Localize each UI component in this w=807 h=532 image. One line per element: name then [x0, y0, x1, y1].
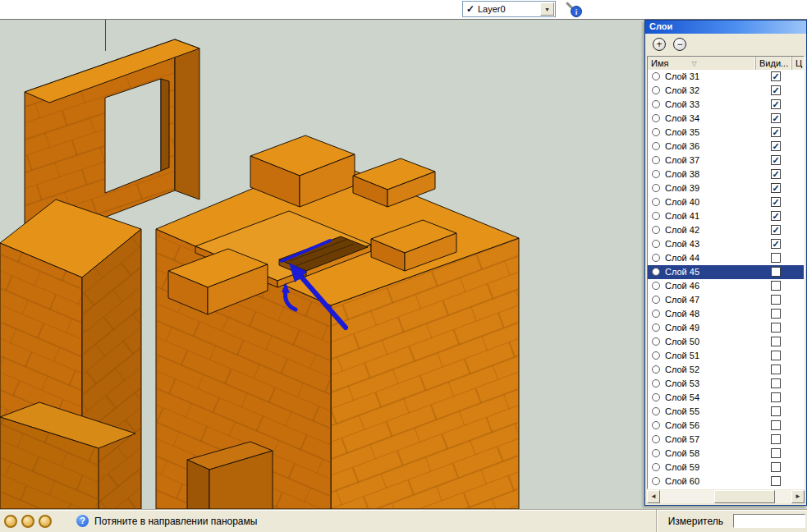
- column-header-color[interactable]: Ц: [792, 57, 804, 70]
- layer-row[interactable]: Слой 59: [648, 461, 804, 475]
- layer-row[interactable]: Слой 45: [648, 265, 804, 279]
- layer-visible-checkbox[interactable]: [771, 337, 781, 346]
- layer-visible-checkbox[interactable]: [771, 406, 781, 416]
- layer-row[interactable]: Слой 53: [648, 377, 804, 391]
- layer-row[interactable]: Слой 47: [648, 293, 804, 307]
- layer-visible-checkbox[interactable]: ✓: [771, 127, 781, 137]
- layer-visible-checkbox[interactable]: ✓: [771, 155, 781, 165]
- layer-radio[interactable]: [652, 477, 660, 485]
- remove-layer-button[interactable]: −: [673, 38, 686, 51]
- layer-visible-checkbox[interactable]: [771, 462, 781, 472]
- layer-row[interactable]: Слой 58: [648, 447, 804, 461]
- layer-row[interactable]: Слой 56: [648, 419, 804, 433]
- layer-row[interactable]: Слой 32 ✓: [648, 84, 804, 98]
- layer-row[interactable]: Слой 42 ✓: [648, 223, 804, 237]
- layer-row[interactable]: Слой 41 ✓: [648, 209, 804, 223]
- layer-row[interactable]: Слой 31 ✓: [648, 70, 804, 84]
- layer-row[interactable]: Слой 44: [648, 251, 804, 265]
- layer-radio[interactable]: [652, 379, 660, 388]
- layer-radio[interactable]: [652, 449, 660, 457]
- layer-radio[interactable]: [652, 198, 660, 206]
- layer-visible-checkbox[interactable]: [771, 434, 781, 444]
- layer-visible-checkbox[interactable]: [771, 281, 781, 291]
- layer-visible-checkbox[interactable]: [771, 323, 781, 332]
- layer-visible-checkbox[interactable]: ✓: [771, 225, 781, 235]
- layer-radio[interactable]: [652, 435, 660, 443]
- layer-visible-checkbox[interactable]: [771, 392, 781, 402]
- layer-row[interactable]: Слой 37 ✓: [648, 154, 804, 167]
- chevron-down-icon[interactable]: ▼: [540, 2, 554, 16]
- layer-row[interactable]: Слой 54: [648, 391, 804, 405]
- layer-visible-checkbox[interactable]: [771, 295, 781, 305]
- add-layer-button[interactable]: +: [653, 38, 666, 51]
- layer-row[interactable]: Слой 43 ✓: [648, 237, 804, 251]
- layer-radio[interactable]: [652, 337, 660, 346]
- layer-row[interactable]: Слой 60: [648, 475, 804, 488]
- layer-radio[interactable]: [652, 296, 660, 304]
- layer-radio[interactable]: [652, 407, 660, 415]
- layers-panel-titlebar[interactable]: Слои: [645, 21, 806, 34]
- layer-radio[interactable]: [652, 268, 660, 276]
- layer-visible-checkbox[interactable]: [771, 267, 781, 277]
- layer-row[interactable]: Слой 36 ✓: [648, 140, 804, 154]
- layer-radio[interactable]: [652, 323, 660, 332]
- layer-visible-checkbox[interactable]: ✓: [771, 113, 781, 123]
- layer-radio[interactable]: [652, 240, 660, 248]
- layer-visible-checkbox[interactable]: ✓: [771, 211, 781, 221]
- layer-visible-checkbox[interactable]: ✓: [771, 99, 781, 109]
- layer-row[interactable]: Слой 39 ✓: [648, 181, 804, 195]
- layer-visible-checkbox[interactable]: ✓: [771, 169, 781, 179]
- layer-visible-checkbox[interactable]: [771, 253, 781, 263]
- layer-radio[interactable]: [652, 254, 660, 262]
- layer-row[interactable]: Слой 55: [648, 405, 804, 419]
- layer-row[interactable]: Слой 49: [648, 321, 804, 335]
- layer-row[interactable]: Слой 46: [648, 279, 804, 293]
- layer-visible-checkbox[interactable]: [771, 378, 781, 388]
- scrollbar-track[interactable]: [660, 490, 791, 503]
- layer-radio[interactable]: [652, 351, 660, 360]
- help-icon[interactable]: ?: [76, 515, 89, 527]
- layer-row[interactable]: Слой 51: [648, 349, 804, 363]
- horizontal-scrollbar[interactable]: ◄ ►: [647, 490, 805, 503]
- layer-visible-checkbox[interactable]: ✓: [771, 239, 781, 249]
- layer-radio[interactable]: [652, 310, 660, 318]
- layer-radio[interactable]: [652, 114, 660, 122]
- layer-row[interactable]: Слой 57: [648, 433, 804, 447]
- layer-row[interactable]: Слой 38 ✓: [648, 167, 804, 181]
- layer-radio[interactable]: [652, 72, 660, 80]
- layer-radio[interactable]: [652, 365, 660, 374]
- status-icon-2[interactable]: [21, 515, 34, 528]
- layer-radio[interactable]: [652, 142, 660, 150]
- layer-radio[interactable]: [652, 100, 660, 108]
- layer-radio[interactable]: [652, 212, 660, 220]
- layer-row[interactable]: Слой 33 ✓: [648, 98, 804, 112]
- layer-radio[interactable]: [652, 184, 660, 192]
- layer-row[interactable]: Слой 35 ✓: [648, 126, 804, 140]
- layer-radio[interactable]: [652, 421, 660, 429]
- layer-row[interactable]: Слой 52: [648, 363, 804, 377]
- status-icon-1[interactable]: [4, 515, 17, 528]
- status-icon-3[interactable]: [39, 515, 52, 528]
- column-header-visible[interactable]: Види...: [756, 57, 792, 70]
- scrollbar-thumb[interactable]: [714, 490, 775, 503]
- measurements-input[interactable]: [733, 514, 805, 528]
- layer-row[interactable]: Слой 48: [648, 307, 804, 321]
- layer-visible-checkbox[interactable]: [771, 476, 781, 486]
- layer-row[interactable]: Слой 34 ✓: [648, 112, 804, 126]
- column-header-name[interactable]: Имя ▽: [648, 57, 756, 70]
- layer-visible-checkbox[interactable]: [771, 420, 781, 430]
- layer-visible-checkbox[interactable]: [771, 309, 781, 319]
- layer-radio[interactable]: [652, 226, 660, 234]
- layer-visible-checkbox[interactable]: [771, 351, 781, 360]
- layer-radio[interactable]: [652, 170, 660, 178]
- layer-radio[interactable]: [652, 393, 660, 401]
- layer-radio[interactable]: [652, 86, 660, 94]
- scroll-right-icon[interactable]: ►: [791, 490, 805, 503]
- layer-radio[interactable]: [652, 463, 660, 471]
- layer-radio[interactable]: [652, 156, 660, 164]
- layer-radio[interactable]: [652, 282, 660, 290]
- layer-visible-checkbox[interactable]: [771, 365, 781, 374]
- layer-visible-checkbox[interactable]: ✓: [771, 85, 781, 95]
- layer-combobox[interactable]: ✓ Layer0 ▼: [462, 1, 556, 17]
- scroll-left-icon[interactable]: ◄: [647, 490, 660, 503]
